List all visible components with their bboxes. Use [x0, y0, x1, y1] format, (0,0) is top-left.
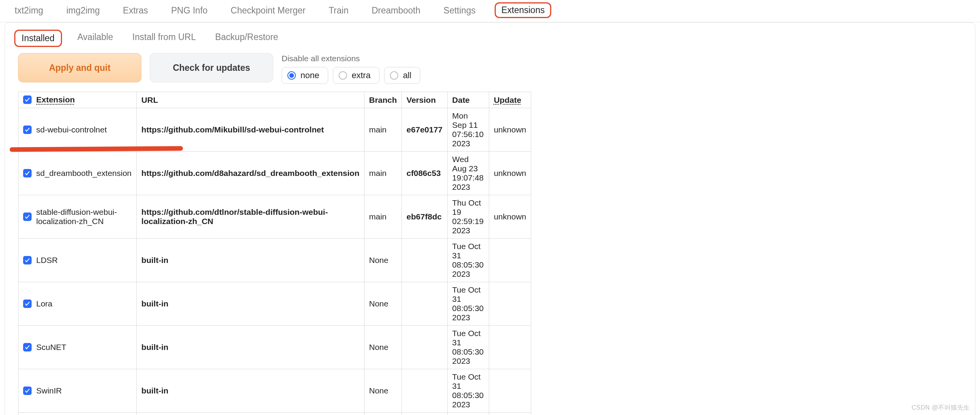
cell-extension: ScuNET — [18, 326, 137, 369]
cell-branch: main — [364, 108, 401, 152]
cell-date: Tue Oct 31 08:05:30 2023 — [447, 369, 489, 413]
tab-extensions[interactable]: Extensions — [495, 2, 551, 18]
cell-extension: Lora — [18, 282, 137, 326]
cell-url[interactable]: https://github.com/dtlnor/stable-diffusi… — [137, 195, 364, 239]
table-row: stable-diffusion-webui-localization-zh_C… — [18, 195, 531, 239]
radio-dot-icon — [339, 71, 347, 80]
checkbox-icon[interactable] — [23, 213, 32, 221]
col-url: URL — [137, 92, 364, 108]
table-row: LDSRbuilt-inNoneTue Oct 31 08:05:30 2023 — [18, 239, 531, 282]
cell-date: Tue Oct 31 08:05:30 2023 — [447, 239, 489, 282]
checkbox-icon[interactable] — [23, 300, 32, 308]
tab-train[interactable]: Train — [325, 2, 352, 22]
extensions-panel: InstalledAvailableInstall from URLBackup… — [5, 22, 975, 415]
extension-name: ScuNET — [36, 343, 66, 352]
action-bar: Apply and quit Check for updates Disable… — [5, 49, 975, 92]
extension-name: LDSR — [36, 256, 58, 265]
extension-name: stable-diffusion-webui-localization-zh_C… — [36, 208, 132, 226]
cell-branch: None — [364, 369, 401, 413]
subtab-backup/restore[interactable]: Backup/Restore — [211, 30, 282, 47]
extension-name: sd_dreambooth_extension — [36, 169, 132, 178]
extensions-table-wrap: Extension URL Branch Version Date Update… — [5, 92, 975, 415]
cell-version: cf086c53 — [402, 152, 447, 195]
cell-branch: None — [364, 282, 401, 326]
table-row: canvas-zoom-and-panbuilt-inNoneTue Oct 3… — [18, 413, 531, 415]
cell-update: unknown — [489, 152, 531, 195]
col-version: Version — [402, 92, 447, 108]
cell-version — [402, 326, 447, 369]
cell-branch: None — [364, 413, 401, 415]
checkbox-icon[interactable] — [23, 169, 32, 177]
tab-settings[interactable]: Settings — [440, 2, 479, 22]
cell-update — [489, 369, 531, 413]
subtab-available[interactable]: Available — [74, 30, 117, 47]
table-row: sd-webui-controlnethttps://github.com/Mi… — [18, 108, 531, 152]
checkbox-icon[interactable] — [23, 126, 32, 134]
cell-date: Mon Sep 11 07:56:10 2023 — [447, 108, 489, 152]
radio-extra[interactable]: extra — [333, 67, 379, 84]
subtab-install-from-url[interactable]: Install from URL — [129, 30, 200, 47]
watermark: CSDN @不叫猫先生 — [911, 404, 970, 412]
col-extension-label: Extension — [36, 95, 75, 104]
radio-all[interactable]: all — [384, 67, 420, 84]
tab-extras[interactable]: Extras — [119, 2, 152, 22]
cell-date: Tue Oct 31 08:05:30 2023 — [447, 326, 489, 369]
radio-none[interactable]: none — [282, 67, 328, 84]
cell-extension: canvas-zoom-and-pan — [18, 413, 137, 415]
disable-all-label: Disable all extensions — [282, 54, 420, 63]
tab-img2img[interactable]: img2img — [62, 2, 104, 22]
cell-version: eb67f8dc — [402, 195, 447, 239]
subtab-installed[interactable]: Installed — [14, 30, 62, 47]
tab-txt2img[interactable]: txt2img — [11, 2, 47, 22]
col-branch: Branch — [364, 92, 401, 108]
extensions-table: Extension URL Branch Version Date Update… — [18, 92, 531, 415]
radio-dot-icon — [390, 71, 398, 80]
table-header-row: Extension URL Branch Version Date Update — [18, 92, 531, 108]
checkbox-icon[interactable] — [23, 387, 32, 395]
main-tabs: txt2imgimg2imgExtrasPNG InfoCheckpoint M… — [0, 0, 980, 22]
cell-date: Wed Aug 23 19:07:48 2023 — [447, 152, 489, 195]
radio-label: none — [300, 70, 319, 80]
disable-all-block: Disable all extensions noneextraall — [282, 53, 420, 84]
cell-extension: LDSR — [18, 239, 137, 282]
extension-name: sd-webui-controlnet — [36, 125, 107, 134]
col-extension[interactable]: Extension — [18, 92, 137, 108]
cell-extension: SwinIR — [18, 369, 137, 413]
checkbox-all-icon[interactable] — [23, 95, 32, 104]
cell-version: e67e0177 — [402, 108, 447, 152]
table-row: Lorabuilt-inNoneTue Oct 31 08:05:30 2023 — [18, 282, 531, 326]
cell-url[interactable]: https://github.com/Mikubill/sd-webui-con… — [137, 108, 364, 152]
cell-update — [489, 413, 531, 415]
checkbox-icon[interactable] — [23, 256, 32, 264]
col-date: Date — [447, 92, 489, 108]
table-row: sd_dreambooth_extensionhttps://github.co… — [18, 152, 531, 195]
tab-png-info[interactable]: PNG Info — [167, 2, 211, 22]
disable-radio-group: noneextraall — [282, 67, 420, 84]
radio-label: all — [403, 70, 411, 80]
cell-branch: main — [364, 152, 401, 195]
check-label: Check for updates — [173, 63, 250, 73]
cell-update — [489, 282, 531, 326]
table-row: SwinIRbuilt-inNoneTue Oct 31 08:05:30 20… — [18, 369, 531, 413]
cell-extension: sd-webui-controlnet — [18, 108, 137, 152]
cell-version — [402, 413, 447, 415]
extension-name: Lora — [36, 299, 52, 308]
check-for-updates-button[interactable]: Check for updates — [150, 53, 273, 82]
apply-and-quit-button[interactable]: Apply and quit — [18, 53, 141, 82]
cell-update — [489, 239, 531, 282]
cell-url: built-in — [137, 239, 364, 282]
cell-update: unknown — [489, 108, 531, 152]
cell-update: unknown — [489, 195, 531, 239]
apply-label: Apply and quit — [49, 63, 111, 73]
cell-extension: stable-diffusion-webui-localization-zh_C… — [18, 195, 137, 239]
cell-url[interactable]: https://github.com/d8ahazard/sd_dreamboo… — [137, 152, 364, 195]
tab-checkpoint-merger[interactable]: Checkpoint Merger — [227, 2, 309, 22]
tab-dreambooth[interactable]: Dreambooth — [368, 2, 425, 22]
cell-branch: None — [364, 239, 401, 282]
cell-date: Thu Oct 19 02:59:19 2023 — [447, 195, 489, 239]
cell-branch: main — [364, 195, 401, 239]
cell-version — [402, 239, 447, 282]
checkbox-icon[interactable] — [23, 343, 32, 351]
cell-version — [402, 369, 447, 413]
cell-branch: None — [364, 326, 401, 369]
